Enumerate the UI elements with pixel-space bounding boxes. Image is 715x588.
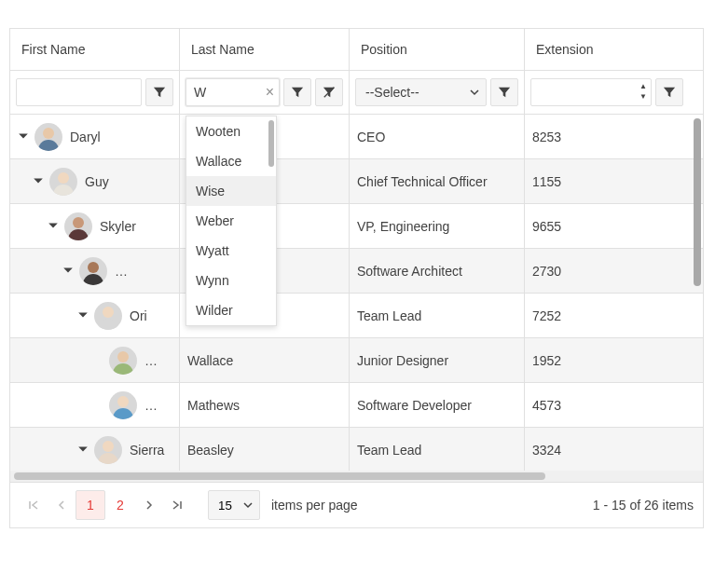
chevron-down-icon	[48, 220, 59, 231]
firstname-text: Guy	[85, 174, 109, 189]
expand-toggle[interactable]	[33, 174, 49, 189]
filter-cell-extension: ▲ ▼	[525, 71, 689, 114]
filter-cell-position: --Select--	[350, 71, 525, 114]
avatar	[109, 347, 137, 375]
first-page-icon	[28, 499, 39, 511]
expand-toggle[interactable]	[48, 219, 64, 234]
cell-position: Software Developer	[350, 383, 525, 427]
filter-icon	[498, 86, 511, 99]
header-row: First Name Last Name Position Extension	[10, 29, 703, 71]
clear-icon[interactable]: ×	[266, 85, 274, 100]
cell-firstname: …	[10, 383, 180, 427]
filter-firstname-button[interactable]	[145, 78, 173, 106]
horizontal-scrollbar[interactable]	[10, 471, 703, 482]
filter-extension-button[interactable]	[655, 78, 683, 106]
filter-position-select[interactable]: --Select--	[355, 78, 487, 106]
grid-body: DarylCEO8253GuyChief Technical Officer11…	[10, 115, 703, 471]
page-size-select[interactable]: 15	[208, 490, 260, 520]
cell-firstname: …	[10, 338, 180, 382]
expand-toggle[interactable]	[62, 264, 79, 279]
avatar	[109, 391, 137, 419]
autocomplete-item[interactable]: Weber	[186, 206, 276, 236]
cell-extension: 4573	[525, 383, 689, 427]
pager-last-button[interactable]	[163, 490, 191, 520]
avatar	[64, 212, 92, 240]
autocomplete-item[interactable]: Wooten	[186, 116, 276, 146]
cell-position: Junior Designer	[350, 338, 525, 382]
cell-position: Team Lead	[350, 294, 525, 337]
cell-position: CEO	[350, 115, 525, 158]
chevron-down-icon	[77, 444, 89, 455]
table-row: GuyChief Technical Officer1155	[10, 159, 703, 204]
avatar	[49, 168, 77, 196]
page-size-label: items per page	[271, 498, 358, 513]
autocomplete-item[interactable]: Wynn	[186, 266, 276, 295]
table-row: SierraBeasleyTeam Lead3324	[10, 428, 703, 471]
table-row: …WallaceJunior Designer1952	[10, 338, 703, 383]
avatar	[94, 302, 122, 330]
firstname-text: Skyler	[100, 219, 136, 234]
cell-firstname: Ori	[10, 294, 180, 337]
table-row: …Software Architect2730	[10, 249, 703, 294]
cell-lastname: Wallace	[180, 338, 350, 382]
treelist-grid: First Name Last Name Position Extension …	[9, 28, 704, 528]
firstname-text: …	[144, 398, 158, 413]
chevron-down-icon	[62, 265, 74, 276]
cell-lastname: Mathews	[180, 383, 350, 427]
table-row: SkylerVP, Engineering9655	[10, 204, 703, 249]
autocomplete-item[interactable]: Wyatt	[186, 236, 276, 266]
chevron-down-icon	[18, 130, 29, 142]
filter-icon	[291, 86, 304, 99]
header-lastname[interactable]: Last Name	[180, 29, 350, 70]
cell-firstname: …	[10, 249, 180, 293]
filter-icon	[663, 86, 676, 99]
cell-extension: 7252	[525, 294, 689, 337]
cell-extension: 8253	[525, 115, 689, 158]
expand-toggle[interactable]	[18, 130, 34, 144]
filter-lastname-button[interactable]	[283, 78, 311, 106]
page-number[interactable]: 1	[76, 490, 105, 520]
pager-first-button[interactable]	[20, 490, 48, 520]
header-firstname[interactable]: First Name	[10, 29, 180, 70]
spinner-up-icon[interactable]: ▲	[639, 81, 647, 91]
dropdown-scrollbar[interactable]	[268, 120, 274, 167]
firstname-text: Daryl	[70, 130, 101, 144]
avatar	[79, 257, 107, 285]
cell-extension: 9655	[525, 204, 689, 248]
expand-toggle[interactable]	[77, 443, 94, 458]
header-extension[interactable]: Extension	[525, 29, 689, 70]
cell-lastname: Beasley	[180, 428, 350, 471]
page-number[interactable]: 2	[105, 490, 135, 520]
last-page-icon	[172, 499, 183, 511]
filter-cell-firstname	[10, 71, 180, 114]
vertical-scrollbar[interactable]	[692, 115, 703, 471]
cell-extension: 3324	[525, 428, 689, 471]
pager-prev-button[interactable]	[48, 490, 76, 520]
cell-extension: 1952	[525, 338, 689, 382]
header-position[interactable]: Position	[350, 29, 525, 70]
autocomplete-item[interactable]: Wallace	[186, 146, 276, 176]
table-row: DarylCEO8253	[10, 115, 703, 159]
cell-position: VP, Engineering	[350, 204, 525, 248]
pager-next-button[interactable]	[135, 490, 163, 520]
filter-position-button[interactable]	[490, 78, 518, 106]
spinner-down-icon[interactable]: ▼	[639, 91, 647, 102]
filter-firstname-input[interactable]	[16, 78, 142, 106]
cell-position: Chief Technical Officer	[350, 159, 525, 203]
filter-extension-input[interactable]: ▲ ▼	[530, 78, 652, 106]
filter-lastname-clear-button[interactable]	[315, 78, 343, 106]
chevron-right-icon	[144, 500, 154, 510]
chevron-down-icon	[33, 175, 44, 186]
expand-toggle[interactable]	[77, 308, 94, 323]
pager: 12 15 items per page 1 - 15 of 26 items	[10, 482, 703, 527]
chevron-down-icon	[77, 309, 89, 321]
chevron-left-icon	[57, 500, 66, 510]
cell-position: Team Lead	[350, 428, 525, 471]
filter-clear-icon	[323, 86, 336, 99]
autocomplete-item[interactable]: Wise	[186, 176, 276, 206]
autocomplete-dropdown: WootenWallaceWiseWeberWyattWynnWilder	[186, 116, 277, 326]
autocomplete-item[interactable]: Wilder	[186, 295, 276, 325]
cell-firstname: Sierra	[10, 428, 180, 471]
firstname-text: Ori	[130, 308, 147, 323]
filter-row: × WootenWallaceWiseWeberWyattWynnWilder …	[10, 71, 703, 115]
